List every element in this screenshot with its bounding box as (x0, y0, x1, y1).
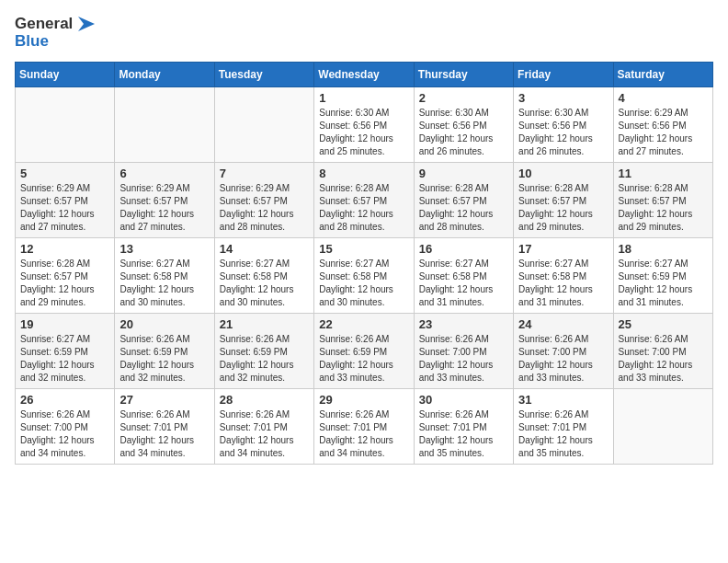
day-info: Sunrise: 6:27 AM Sunset: 6:59 PM Dayligh… (20, 333, 109, 385)
calendar-cell: 9Sunrise: 6:28 AM Sunset: 6:57 PM Daylig… (414, 162, 513, 237)
calendar-cell: 26Sunrise: 6:26 AM Sunset: 7:00 PM Dayli… (16, 388, 115, 464)
day-info: Sunrise: 6:27 AM Sunset: 6:59 PM Dayligh… (619, 258, 708, 309)
calendar-cell: 23Sunrise: 6:26 AM Sunset: 7:00 PM Dayli… (414, 313, 513, 388)
day-info: Sunrise: 6:28 AM Sunset: 6:57 PM Dayligh… (20, 258, 109, 309)
day-info: Sunrise: 6:26 AM Sunset: 6:59 PM Dayligh… (220, 333, 309, 385)
day-number: 13 (119, 242, 209, 256)
calendar-header-row: SundayMondayTuesdayWednesdayThursdayFrid… (16, 62, 713, 86)
calendar-week-5: 26Sunrise: 6:26 AM Sunset: 7:00 PM Dayli… (16, 388, 713, 464)
day-info: Sunrise: 6:26 AM Sunset: 7:01 PM Dayligh… (319, 408, 408, 460)
calendar-cell: 21Sunrise: 6:26 AM Sunset: 6:59 PM Dayli… (214, 313, 313, 388)
calendar-cell: 24Sunrise: 6:26 AM Sunset: 7:00 PM Dayli… (514, 313, 613, 388)
calendar-cell: 30Sunrise: 6:26 AM Sunset: 7:01 PM Dayli… (414, 388, 513, 464)
day-number: 31 (518, 393, 608, 407)
day-info: Sunrise: 6:27 AM Sunset: 6:58 PM Dayligh… (220, 258, 309, 309)
day-info: Sunrise: 6:30 AM Sunset: 6:56 PM Dayligh… (518, 107, 608, 158)
day-header-sunday: Sunday (16, 62, 115, 86)
calendar-cell: 11Sunrise: 6:28 AM Sunset: 6:57 PM Dayli… (613, 162, 712, 237)
svg-marker-0 (78, 17, 95, 31)
day-number: 3 (518, 91, 608, 105)
day-number: 12 (20, 242, 109, 256)
day-number: 22 (319, 317, 408, 331)
day-number: 9 (419, 167, 508, 180)
day-number: 4 (619, 91, 708, 105)
calendar-week-4: 19Sunrise: 6:27 AM Sunset: 6:59 PM Dayli… (16, 313, 713, 388)
calendar-cell: 12Sunrise: 6:28 AM Sunset: 6:57 PM Dayli… (16, 237, 115, 313)
day-number: 19 (20, 317, 109, 331)
day-info: Sunrise: 6:30 AM Sunset: 6:56 PM Dayligh… (419, 107, 508, 158)
day-number: 7 (220, 167, 309, 180)
day-info: Sunrise: 6:26 AM Sunset: 7:00 PM Dayligh… (619, 333, 708, 385)
calendar-cell (16, 86, 115, 162)
calendar-cell: 25Sunrise: 6:26 AM Sunset: 7:00 PM Dayli… (613, 313, 712, 388)
calendar-cell: 7Sunrise: 6:29 AM Sunset: 6:57 PM Daylig… (214, 162, 313, 237)
day-info: Sunrise: 6:26 AM Sunset: 7:00 PM Dayligh… (20, 408, 109, 460)
logo: General Blue (15, 15, 95, 51)
calendar-cell: 27Sunrise: 6:26 AM Sunset: 7:01 PM Dayli… (115, 388, 214, 464)
calendar-cell: 1Sunrise: 6:30 AM Sunset: 6:56 PM Daylig… (314, 86, 414, 162)
calendar-cell: 31Sunrise: 6:26 AM Sunset: 7:01 PM Dayli… (514, 388, 613, 464)
calendar-cell: 2Sunrise: 6:30 AM Sunset: 6:56 PM Daylig… (414, 86, 513, 162)
day-number: 20 (119, 317, 209, 331)
calendar-cell: 18Sunrise: 6:27 AM Sunset: 6:59 PM Dayli… (613, 237, 712, 313)
day-number: 18 (619, 242, 708, 256)
day-info: Sunrise: 6:26 AM Sunset: 6:59 PM Dayligh… (119, 333, 209, 385)
day-number: 23 (419, 317, 508, 331)
calendar-cell: 15Sunrise: 6:27 AM Sunset: 6:58 PM Dayli… (314, 237, 414, 313)
day-number: 14 (220, 242, 309, 256)
calendar-cell: 19Sunrise: 6:27 AM Sunset: 6:59 PM Dayli… (16, 313, 115, 388)
calendar-cell: 17Sunrise: 6:27 AM Sunset: 6:58 PM Dayli… (514, 237, 613, 313)
day-header-friday: Friday (514, 62, 613, 86)
day-info: Sunrise: 6:28 AM Sunset: 6:57 PM Dayligh… (518, 182, 608, 234)
calendar-cell: 20Sunrise: 6:26 AM Sunset: 6:59 PM Dayli… (115, 313, 214, 388)
day-info: Sunrise: 6:28 AM Sunset: 6:57 PM Dayligh… (319, 182, 408, 234)
day-number: 28 (220, 393, 309, 407)
calendar-cell (115, 86, 214, 162)
calendar-cell: 16Sunrise: 6:27 AM Sunset: 6:58 PM Dayli… (414, 237, 513, 313)
day-number: 21 (220, 317, 309, 331)
day-info: Sunrise: 6:30 AM Sunset: 6:56 PM Dayligh… (319, 107, 408, 158)
day-info: Sunrise: 6:27 AM Sunset: 6:58 PM Dayligh… (319, 258, 408, 309)
day-info: Sunrise: 6:26 AM Sunset: 7:01 PM Dayligh… (119, 408, 209, 460)
calendar-cell: 22Sunrise: 6:26 AM Sunset: 6:59 PM Dayli… (314, 313, 414, 388)
calendar-cell: 28Sunrise: 6:26 AM Sunset: 7:01 PM Dayli… (214, 388, 313, 464)
day-info: Sunrise: 6:29 AM Sunset: 6:57 PM Dayligh… (119, 182, 209, 234)
calendar-cell: 8Sunrise: 6:28 AM Sunset: 6:57 PM Daylig… (314, 162, 414, 237)
day-info: Sunrise: 6:27 AM Sunset: 6:58 PM Dayligh… (419, 258, 508, 309)
calendar-cell: 29Sunrise: 6:26 AM Sunset: 7:01 PM Dayli… (314, 388, 414, 464)
day-number: 17 (518, 242, 608, 256)
calendar-week-2: 5Sunrise: 6:29 AM Sunset: 6:57 PM Daylig… (16, 162, 713, 237)
day-number: 5 (20, 167, 109, 180)
day-info: Sunrise: 6:28 AM Sunset: 6:57 PM Dayligh… (419, 182, 508, 234)
day-header-wednesday: Wednesday (314, 62, 414, 86)
day-number: 1 (319, 91, 408, 105)
calendar-cell (613, 388, 712, 464)
day-info: Sunrise: 6:27 AM Sunset: 6:58 PM Dayligh… (518, 258, 608, 309)
day-number: 8 (319, 167, 408, 180)
day-number: 27 (119, 393, 209, 407)
calendar-cell: 13Sunrise: 6:27 AM Sunset: 6:58 PM Dayli… (115, 237, 214, 313)
day-number: 11 (619, 167, 708, 180)
calendar-cell: 6Sunrise: 6:29 AM Sunset: 6:57 PM Daylig… (115, 162, 214, 237)
calendar-cell: 10Sunrise: 6:28 AM Sunset: 6:57 PM Dayli… (514, 162, 613, 237)
day-number: 29 (319, 393, 408, 407)
calendar-cell: 14Sunrise: 6:27 AM Sunset: 6:58 PM Dayli… (214, 237, 313, 313)
day-number: 26 (20, 393, 109, 407)
day-number: 16 (419, 242, 508, 256)
day-info: Sunrise: 6:26 AM Sunset: 7:01 PM Dayligh… (220, 408, 309, 460)
day-header-tuesday: Tuesday (214, 62, 313, 86)
day-number: 25 (619, 317, 708, 331)
day-info: Sunrise: 6:29 AM Sunset: 6:57 PM Dayligh… (220, 182, 309, 234)
calendar-cell: 3Sunrise: 6:30 AM Sunset: 6:56 PM Daylig… (514, 86, 613, 162)
day-number: 15 (319, 242, 408, 256)
day-info: Sunrise: 6:29 AM Sunset: 6:57 PM Dayligh… (20, 182, 109, 234)
day-header-saturday: Saturday (613, 62, 712, 86)
day-info: Sunrise: 6:27 AM Sunset: 6:58 PM Dayligh… (119, 258, 209, 309)
day-number: 24 (518, 317, 608, 331)
calendar-cell: 5Sunrise: 6:29 AM Sunset: 6:57 PM Daylig… (16, 162, 115, 237)
calendar-week-1: 1Sunrise: 6:30 AM Sunset: 6:56 PM Daylig… (16, 86, 713, 162)
page-header: General Blue (15, 15, 713, 51)
day-header-thursday: Thursday (414, 62, 513, 86)
day-info: Sunrise: 6:26 AM Sunset: 7:00 PM Dayligh… (518, 333, 608, 385)
day-number: 30 (419, 393, 508, 407)
